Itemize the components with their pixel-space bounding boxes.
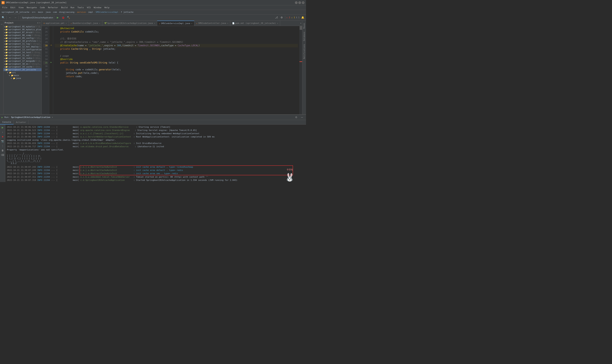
run-stop-btn[interactable]: ■	[0, 135, 5, 139]
tree-item-src[interactable]: ▼ 📂 src	[3, 71, 41, 74]
warning-gutter-icon: ⚠	[51, 44, 52, 46]
folder-icon: 📁	[5, 37, 8, 39]
folder-icon: 📁	[5, 54, 8, 56]
tree-item-springboot20[interactable]: ▼ 📁 springboot_20_jetcache D:\DingJiaxio…	[3, 68, 41, 71]
menu-build[interactable]: Build	[60, 6, 69, 9]
tab-springbootapp[interactable]: 🌱 Springboot20JetcacheApplication.java ×	[102, 21, 157, 26]
tab-close-book[interactable]: ×	[99, 22, 100, 24]
tree-item-springboot13[interactable]: ▶ 📁 springboot_13_configuration D:\DingJ…	[3, 48, 41, 51]
run-scroll-down-btn[interactable]: ↓	[0, 130, 5, 134]
tree-item-springboot17[interactable]: ▶ 📁 springboot_17_mongodb D:\DingJiaxion…	[3, 60, 41, 63]
toolbar-forward[interactable]: →	[13, 15, 18, 20]
toolbar-build-btn[interactable]: 🔨	[66, 15, 71, 20]
run-tab-actuator[interactable]: Actuator	[13, 120, 28, 124]
project-panel-label[interactable]: 1	[0, 22, 3, 26]
toolbar-debug-btn[interactable]: 🐞	[61, 15, 66, 20]
run-camera-btn[interactable]: 📷	[0, 139, 5, 143]
console-output[interactable]: 2022-10-21 21:30:06.523 INFO 22204 --- […	[5, 125, 306, 182]
database-label[interactable]: Database	[303, 30, 306, 42]
bc-service[interactable]: service	[77, 11, 86, 13]
tree-item-springboot06[interactable]: ▶ 📁 springboot_06_mybatis_plus D:\DingJi…	[3, 28, 41, 31]
tab-close-yml[interactable]: ×	[66, 22, 67, 24]
menu-view[interactable]: View	[17, 6, 25, 9]
menu-tools[interactable]: Tools	[76, 6, 85, 9]
tree-item-springboot07[interactable]: ▶ 📁 springboot_07_druid D:\DingJiaxiong\…	[3, 31, 41, 34]
menu-code[interactable]: Code	[38, 6, 46, 9]
sidebar-icon-close[interactable]: ×	[39, 22, 40, 24]
minimize-button[interactable]: ─	[295, 1, 298, 4]
run-minimize-btn[interactable]: ─	[300, 115, 305, 120]
toolbar-settings[interactable]: ⚙	[279, 15, 284, 20]
tree-item-springboot10[interactable]: ▶ 📁 springboot_10_profiles D:\DingJiaxio…	[3, 39, 41, 42]
menu-vcs[interactable]: VCS	[85, 6, 92, 9]
scrollbar-thumb[interactable]	[300, 26, 302, 30]
ln-26: 26	[43, 30, 48, 34]
bc-project[interactable]: springboot_20_jetcache	[1, 11, 29, 13]
code-area[interactable]: @Autowired private CodeUtils codeUtils; …	[53, 26, 300, 114]
run-tab-console[interactable]: Console	[0, 120, 13, 124]
run-config-selector[interactable]: Springboot20JetcacheApplication	[20, 16, 55, 19]
tree-item-java[interactable]: ▼ 📂 java	[3, 77, 41, 80]
bc-java[interactable]: java	[45, 11, 51, 13]
tab-overflow-btn[interactable]: ▾	[299, 22, 302, 25]
maven-label[interactable]: Maven	[303, 21, 306, 30]
bc-dingjiaxiong[interactable]: dingjiaxiong	[59, 11, 74, 13]
run-restart-btn[interactable]: ▶	[0, 125, 5, 130]
char-art-decoration: 辛苦啦 🐰	[285, 168, 294, 182]
run-content: ▶ ↓ ■ 📷 ⋮ 🗑 ⌫ 🔍 2022-10-21 21:30:06.523 …	[0, 125, 306, 182]
toolbar-run-btn[interactable]: ▶	[55, 15, 60, 20]
toolbar-back[interactable]: ←	[7, 15, 13, 20]
run-icon: ▶	[1, 116, 3, 119]
tab-close-app[interactable]: ×	[154, 22, 155, 24]
tree-item-springboot09[interactable]: ▶ 📁 springboot_09_config D:\DingJiaxiong…	[3, 37, 41, 39]
run-close-tab[interactable]: ×	[52, 116, 53, 118]
tree-item-springboot16[interactable]: ▶ 📁 springboot_16_redis D:\DingJiaxiong\…	[3, 57, 41, 60]
tree-item-springboot05[interactable]: ▶ 📁 springboot_05_mybatis D:\DingJiaxion…	[3, 25, 41, 28]
tree-item-springboot18[interactable]: ▶ 📁 springboot_18_es D:\DingJiaxiong\Ide…	[3, 63, 41, 65]
code-line-33: 1 usage	[55, 54, 298, 58]
tab-pom[interactable]: 📄 pom.xml (springboot_20_jetcache) ×	[230, 21, 280, 26]
close-button[interactable]: ✕	[302, 1, 305, 4]
run-dump-btn[interactable]: ⋮	[0, 144, 5, 148]
tab-close-sms[interactable]: ×	[191, 23, 192, 25]
bc-com[interactable]: com	[53, 11, 57, 13]
toolbar-git-btn[interactable]: ⎇	[274, 15, 279, 20]
tree-item-main[interactable]: ▼ 📂 main	[3, 74, 41, 77]
run-settings-btn[interactable]: ⚙	[294, 115, 299, 120]
menu-help[interactable]: Help	[103, 6, 111, 9]
menu-refactor[interactable]: Refactor	[46, 6, 60, 9]
ln-30: 30	[43, 44, 48, 47]
tab-close-pom[interactable]: ×	[277, 22, 278, 24]
bc-main[interactable]: main	[38, 11, 43, 13]
tree-item-springboot19[interactable]: ▶ 📁 springboot_19_cache D:\DingJiaxiong\…	[3, 65, 41, 68]
tree-item-springboot08[interactable]: ▶ 📁 springboot_08_ssmp D:\DingJiaxiong\I…	[3, 34, 41, 37]
tree-item-springboot14[interactable]: ▶ 📁 springboot_14_test D:\DingJiaxiong\I…	[3, 51, 41, 54]
tab-application-yml[interactable]: ⚙ application.yml ×	[42, 21, 69, 26]
folder-icon: 📁	[5, 49, 8, 51]
menu-run[interactable]: Run	[69, 6, 76, 9]
toolbar-search-everywhere[interactable]: 🔍	[1, 15, 6, 20]
menu-edit[interactable]: Edit	[9, 6, 17, 9]
notifications-label[interactable]: Notifications	[303, 42, 306, 60]
bc-field[interactable]: f jetCache	[121, 11, 133, 13]
bc-class[interactable]: SMSCodeServiceImpl	[96, 11, 118, 13]
sidebar-icon-cogwheel[interactable]: ⚙	[37, 22, 39, 24]
run-clear-btn[interactable]: ⌫	[0, 153, 5, 157]
tree-item-springboot12[interactable]: ▶ 📁 springboot_12_hot_deploy D:\DingJiax…	[3, 45, 41, 48]
run-gc-btn[interactable]: 🗑	[0, 148, 5, 153]
tree-item-springboot11[interactable]: ▶ 📁 springboot_11_log D:\DingJiaxiong\Id…	[3, 42, 41, 45]
tab-close-ctrl[interactable]: ×	[227, 22, 228, 24]
bc-src[interactable]: src	[32, 11, 36, 13]
tab-bookserviceimpl[interactable]: ☕ BookServiceImpl.java ×	[69, 21, 102, 26]
tab-smscodecontroller[interactable]: ☕ SMSCodeController.java ×	[194, 21, 230, 26]
tree-item-springboot15[interactable]: ▶ 📁 springboot_15_sql D:\DingJiaxiong\Id…	[3, 54, 41, 57]
toolbar-notifications[interactable]: 🔔	[300, 15, 305, 20]
bc-impl[interactable]: impl	[88, 11, 93, 13]
maximize-button[interactable]: □	[298, 1, 301, 4]
menu-navigate[interactable]: Navigate	[25, 6, 39, 9]
menu-window[interactable]: Window	[92, 6, 103, 9]
scrollbar-vertical[interactable]	[300, 26, 302, 114]
ln-25: 25	[43, 27, 48, 30]
menu-file[interactable]: File	[1, 6, 9, 9]
tab-smscodeserviceimpl[interactable]: ☕ SMSCodeServiceImpl.java ×	[157, 21, 195, 26]
